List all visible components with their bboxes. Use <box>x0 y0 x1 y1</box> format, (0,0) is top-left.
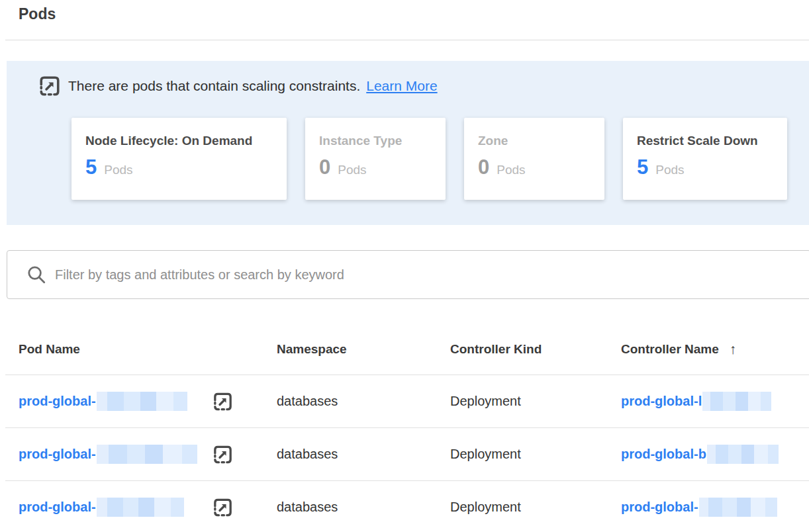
banner-message: There are pods that contain scaling cons… <box>68 78 360 94</box>
pods-page: Pods There are pods that contain scaling… <box>0 0 809 532</box>
controller-kind-cell: Deployment <box>450 447 621 462</box>
learn-more-link[interactable]: Learn More <box>366 78 437 94</box>
filter-search-box <box>7 250 809 299</box>
header-divider <box>5 40 809 40</box>
constraint-card-title: Zone <box>478 134 604 148</box>
constraint-card[interactable]: Zone 0 Pods <box>464 118 604 200</box>
constraint-card-unit: Pods <box>104 163 132 177</box>
namespace-cell: databases <box>277 500 450 515</box>
redacted-pod-name <box>97 445 197 464</box>
sort-ascending-icon[interactable]: ↑ <box>730 341 737 357</box>
pod-name-link[interactable]: prod-global- <box>19 392 187 411</box>
constraint-card[interactable]: Instance Type 0 Pods <box>305 118 446 200</box>
redacted-controller-name <box>699 498 777 517</box>
pod-name-link[interactable]: prod-global- <box>19 445 197 464</box>
search-icon <box>26 264 47 285</box>
redacted-controller-name <box>702 392 771 411</box>
column-header-controller-kind[interactable]: Controller Kind <box>450 342 621 357</box>
redacted-pod-name <box>97 392 187 411</box>
column-header-controller-name[interactable]: Controller Name ↑ <box>621 341 809 357</box>
scale-out-icon[interactable] <box>212 390 234 412</box>
table-row: prod-global- databases Deployment prod-g… <box>5 375 809 428</box>
constraint-card-unit: Pods <box>497 163 525 177</box>
constraint-card-title: Restrict Scale Down <box>637 134 787 148</box>
constraint-card-count: 0 <box>319 157 330 177</box>
controller-kind-cell: Deployment <box>450 394 621 409</box>
constraint-card-count: 0 <box>478 157 489 177</box>
scale-out-icon[interactable] <box>212 496 234 518</box>
controller-kind-cell: Deployment <box>450 500 621 515</box>
redacted-controller-name <box>707 445 779 464</box>
namespace-cell: databases <box>277 447 450 462</box>
pods-table: Pod Name Namespace Controller Kind Contr… <box>5 324 809 532</box>
constraint-card[interactable]: Restrict Scale Down 5 Pods <box>623 118 787 200</box>
constraint-cards: Node Lifecycle: On Demand 5 Pods Instanc… <box>71 118 787 200</box>
column-header-pod-name[interactable]: Pod Name <box>19 342 277 357</box>
constraint-card[interactable]: Node Lifecycle: On Demand 5 Pods <box>71 118 287 200</box>
controller-name-link[interactable]: prod-global-b <box>621 445 779 464</box>
constraint-card-title: Instance Type <box>319 134 446 148</box>
scale-out-icon <box>38 74 62 98</box>
search-input[interactable] <box>55 251 800 298</box>
namespace-cell: databases <box>277 394 450 409</box>
table-row: prod-global- databases Deployment prod-g… <box>5 481 809 532</box>
controller-name-link[interactable]: prod-global- <box>621 498 777 517</box>
scaling-constraints-banner: There are pods that contain scaling cons… <box>7 61 809 225</box>
controller-name-link[interactable]: prod-global-l <box>621 392 771 411</box>
table-header-row: Pod Name Namespace Controller Kind Contr… <box>5 324 809 375</box>
page-title: Pods <box>19 5 56 23</box>
table-row: prod-global- databases Deployment prod-g… <box>5 428 809 481</box>
constraint-card-count: 5 <box>85 157 97 177</box>
scale-out-icon[interactable] <box>212 443 234 465</box>
constraint-card-unit: Pods <box>655 163 684 177</box>
constraint-card-title: Node Lifecycle: On Demand <box>85 134 287 148</box>
column-header-namespace[interactable]: Namespace <box>277 342 450 357</box>
constraint-card-unit: Pods <box>338 163 366 177</box>
pod-name-link[interactable]: prod-global- <box>19 498 184 517</box>
constraint-card-count: 5 <box>637 157 648 177</box>
redacted-pod-name <box>97 498 184 517</box>
